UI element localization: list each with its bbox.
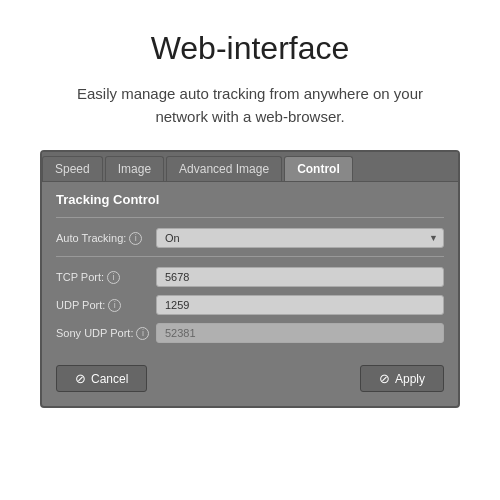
tab-image[interactable]: Image — [105, 156, 164, 181]
label-sony-udp-port: Sony UDP Port: i — [56, 327, 156, 340]
control-panel: Speed Image Advanced Image Control Track… — [40, 150, 460, 408]
divider2 — [56, 256, 444, 257]
label-auto-tracking: Auto Tracking: i — [56, 232, 156, 245]
auto-tracking-wrapper: On Off ▼ — [156, 228, 444, 248]
apply-label: Apply — [395, 372, 425, 386]
field-auto-tracking: Auto Tracking: i On Off ▼ — [56, 228, 444, 248]
action-buttons: ⊘ Cancel ⊘ Apply — [56, 357, 444, 392]
apply-button[interactable]: ⊘ Apply — [360, 365, 444, 392]
field-udp-port: UDP Port: i — [56, 295, 444, 315]
udp-port-input[interactable] — [156, 295, 444, 315]
tcp-port-input[interactable] — [156, 267, 444, 287]
label-udp-port: UDP Port: i — [56, 299, 156, 312]
sony-udp-port-input — [156, 323, 444, 343]
field-sony-udp-port: Sony UDP Port: i — [56, 323, 444, 343]
tab-advanced-image[interactable]: Advanced Image — [166, 156, 282, 181]
page-title: Web-interface — [151, 30, 350, 67]
tab-control[interactable]: Control — [284, 156, 353, 181]
auto-tracking-select[interactable]: On Off — [156, 228, 444, 248]
panel-body: Tracking Control Auto Tracking: i On Off… — [42, 182, 458, 406]
field-tcp-port: TCP Port: i — [56, 267, 444, 287]
page-description: Easily manage auto tracking from anywher… — [70, 83, 430, 128]
apply-icon: ⊘ — [379, 371, 390, 386]
cancel-icon: ⊘ — [75, 371, 86, 386]
info-icon-tcp-port: i — [107, 271, 120, 284]
info-icon-auto-tracking: i — [129, 232, 142, 245]
cancel-button[interactable]: ⊘ Cancel — [56, 365, 147, 392]
label-tcp-port: TCP Port: i — [56, 271, 156, 284]
cancel-label: Cancel — [91, 372, 128, 386]
info-icon-udp-port: i — [108, 299, 121, 312]
section-title: Tracking Control — [56, 192, 444, 207]
divider — [56, 217, 444, 218]
info-icon-sony-udp-port: i — [136, 327, 149, 340]
tab-speed[interactable]: Speed — [42, 156, 103, 181]
tab-bar: Speed Image Advanced Image Control — [42, 152, 458, 182]
